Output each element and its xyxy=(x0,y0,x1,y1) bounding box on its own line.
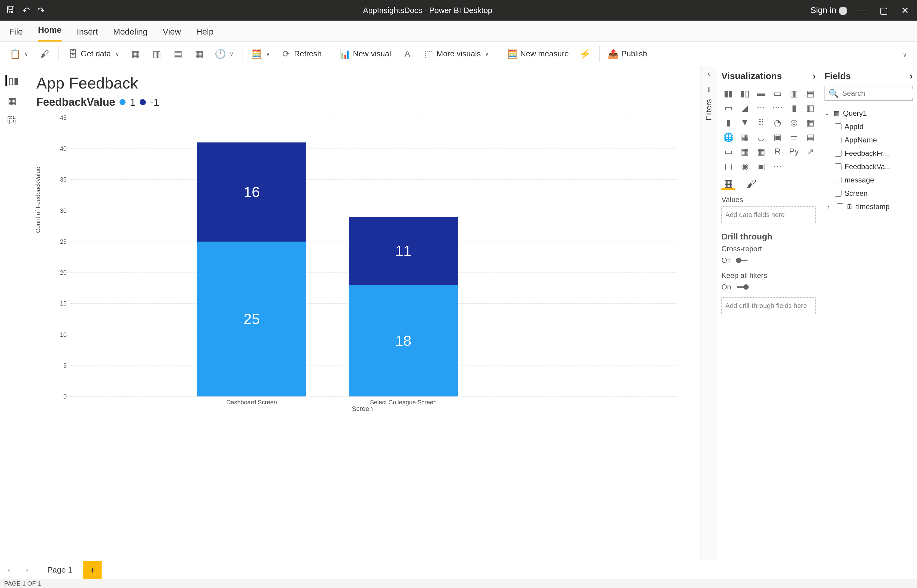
bar-segment[interactable]: 16 xyxy=(197,142,306,242)
format-tab[interactable]: 🖌 xyxy=(744,178,759,190)
sql-source-button[interactable]: ▤ xyxy=(169,46,187,62)
viz-type-icon[interactable]: ▮▯ xyxy=(738,87,752,99)
filters-pane-collapsed[interactable]: ‹ ⫿ Filters xyxy=(700,66,717,561)
viz-type-icon[interactable]: ▭ xyxy=(721,102,735,114)
viz-type-icon[interactable]: R xyxy=(771,145,784,158)
close-button[interactable]: ✕ xyxy=(899,5,911,16)
viz-type-icon[interactable]: ▭ xyxy=(721,145,735,158)
bar-group[interactable]: 1118Select Colleague Screen xyxy=(349,217,458,396)
minimize-button[interactable]: — xyxy=(856,5,868,15)
field-checkbox[interactable] xyxy=(835,190,841,197)
viz-type-icon[interactable]: Py xyxy=(787,145,801,158)
paste-button[interactable]: 📋∨ xyxy=(6,46,32,62)
field-checkbox[interactable] xyxy=(835,150,841,157)
bar-group[interactable]: 1625Dashboard Screen xyxy=(197,142,306,396)
menu-file[interactable]: File xyxy=(9,27,23,42)
timestamp-node[interactable]: › 🗓 timestamp xyxy=(825,200,913,213)
add-page-button[interactable]: + xyxy=(83,561,102,579)
menu-home[interactable]: Home xyxy=(38,25,61,42)
quick-measure-button[interactable]: ⚡ xyxy=(576,46,594,62)
field-checkbox[interactable] xyxy=(835,137,841,143)
new-visual-button[interactable]: 📊New visual xyxy=(336,46,395,62)
viz-type-icon[interactable]: ▦ xyxy=(754,145,768,158)
viz-type-icon[interactable]: ▤ xyxy=(803,87,817,99)
viz-type-icon[interactable]: ▥ xyxy=(803,102,817,114)
excel-source-button[interactable]: ▦ xyxy=(126,46,145,62)
get-data-button[interactable]: 🗄Get data∨ xyxy=(64,46,123,62)
viz-type-icon[interactable]: 🌐 xyxy=(721,131,735,143)
viz-type-icon[interactable]: ◔ xyxy=(771,116,784,129)
viz-type-icon[interactable]: ◉ xyxy=(738,160,752,172)
field-checkbox[interactable] xyxy=(835,123,841,130)
fields-search[interactable]: 🔍 xyxy=(825,86,913,101)
viz-type-icon[interactable]: ⠿ xyxy=(754,116,768,129)
field-node[interactable]: message xyxy=(825,173,913,187)
bar-segment[interactable]: 18 xyxy=(349,285,458,396)
new-measure-button[interactable]: 🧮New measure xyxy=(503,46,573,62)
viz-type-icon[interactable]: ▣ xyxy=(754,160,768,172)
more-visuals-button[interactable]: ⬚More visuals∨ xyxy=(420,46,493,62)
viz-type-icon[interactable]: ▭ xyxy=(771,87,784,99)
field-checkbox[interactable] xyxy=(835,177,841,183)
viz-type-icon[interactable]: ▭ xyxy=(787,131,801,143)
pbi-source-button[interactable]: ▥ xyxy=(148,46,166,62)
viz-type-icon[interactable]: ▦ xyxy=(803,116,817,129)
drill-fields-drop-area[interactable]: Add drill-through fields here xyxy=(721,297,816,314)
viz-type-icon[interactable]: ▥ xyxy=(787,87,801,99)
page-tab-1[interactable]: Page 1 xyxy=(36,561,83,579)
fields-search-input[interactable] xyxy=(842,89,917,98)
timestamp-checkbox[interactable] xyxy=(837,204,843,210)
viz-type-icon[interactable]: 〰 xyxy=(771,102,784,114)
prev-page-button[interactable]: ‹ xyxy=(0,561,18,579)
viz-type-icon[interactable]: ⋯ xyxy=(771,160,784,172)
field-node[interactable]: AppName xyxy=(825,133,913,147)
maximize-button[interactable]: ▢ xyxy=(878,5,890,16)
viz-type-icon[interactable]: ▣ xyxy=(771,131,784,143)
recent-sources-button[interactable]: 🕘∨ xyxy=(211,46,238,62)
viz-type-icon[interactable]: ▬ xyxy=(754,87,768,99)
viz-type-icon[interactable]: ▤ xyxy=(803,131,817,143)
expand-timestamp-icon[interactable]: › xyxy=(828,204,834,210)
viz-type-icon[interactable]: ◢ xyxy=(738,102,752,114)
field-node[interactable]: FeedbackFr... xyxy=(825,147,913,160)
viz-type-icon[interactable]: ◡ xyxy=(754,131,768,143)
viz-type-icon[interactable]: ▮ xyxy=(721,116,735,129)
bar-segment[interactable]: 11 xyxy=(349,217,458,285)
menu-modeling[interactable]: Modeling xyxy=(113,27,148,42)
collapse-fields-icon[interactable]: › xyxy=(910,71,913,81)
field-checkbox[interactable] xyxy=(835,163,841,170)
field-node[interactable]: FeedbackVa... xyxy=(825,160,913,173)
field-node[interactable]: AppId xyxy=(825,120,913,133)
ribbon-expand-button[interactable]: ∨ xyxy=(902,49,911,59)
format-painter-button[interactable]: 🖌 xyxy=(36,46,54,62)
cross-report-toggle[interactable] xyxy=(735,258,750,262)
menu-insert[interactable]: Insert xyxy=(77,27,98,42)
text-box-button[interactable]: A xyxy=(398,46,417,62)
viz-type-icon[interactable]: ◎ xyxy=(787,116,801,129)
viz-type-icon[interactable]: 〰 xyxy=(754,102,768,114)
save-icon[interactable]: 🖫 xyxy=(6,5,15,15)
table-node[interactable]: ⌄ ▦ Query1 xyxy=(825,107,913,120)
menu-help[interactable]: Help xyxy=(196,27,214,42)
undo-icon[interactable]: ↶ xyxy=(23,5,30,16)
field-node[interactable]: Screen xyxy=(825,187,913,200)
viz-type-icon[interactable]: ▦ xyxy=(738,131,752,143)
collapse-viz-icon[interactable]: › xyxy=(813,71,816,81)
data-view-icon[interactable]: ▦ xyxy=(5,95,19,106)
bar-segment[interactable]: 25 xyxy=(197,242,306,396)
viz-type-icon[interactable]: ▮▮ xyxy=(721,87,735,99)
viz-type-icon[interactable]: ▦ xyxy=(738,145,752,158)
report-view-icon[interactable]: ▯▮ xyxy=(5,75,19,86)
viz-type-icon[interactable]: ▼ xyxy=(738,116,752,129)
viz-type-icon[interactable]: ▢ xyxy=(721,160,735,172)
viz-type-icon[interactable]: ↗ xyxy=(803,145,817,158)
refresh-button[interactable]: ⟳Refresh xyxy=(277,46,326,62)
enter-data-button[interactable]: ▦ xyxy=(190,46,208,62)
keep-filters-toggle[interactable] xyxy=(735,285,750,289)
model-view-icon[interactable]: ⿻ xyxy=(5,115,19,126)
expand-filters-icon[interactable]: ‹ xyxy=(707,69,710,79)
signin-button[interactable]: Sign in xyxy=(810,5,847,15)
fields-well-tab[interactable]: ▦ xyxy=(721,178,735,190)
collapse-table-icon[interactable]: ⌄ xyxy=(825,110,831,117)
publish-button[interactable]: 📤Publish xyxy=(604,46,651,62)
